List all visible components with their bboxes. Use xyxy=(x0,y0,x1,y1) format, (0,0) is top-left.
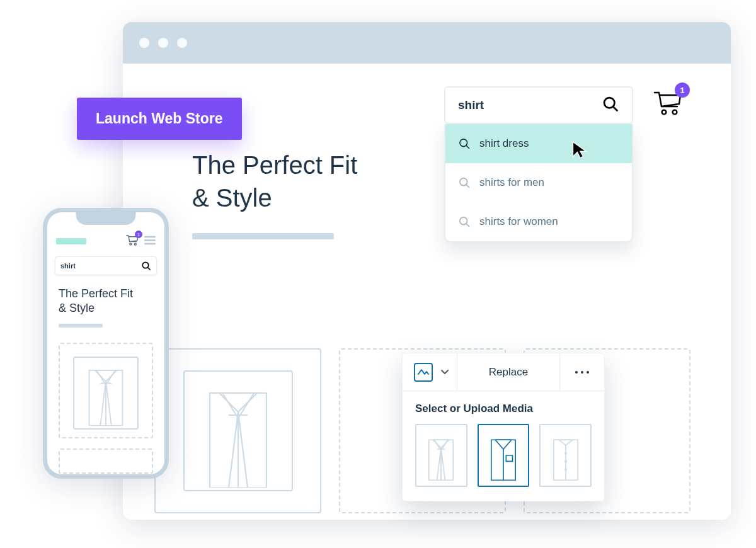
phone-hero-divider xyxy=(59,324,103,328)
cursor-icon xyxy=(571,140,589,162)
svg-point-8 xyxy=(662,110,667,115)
media-thumbnails xyxy=(403,424,604,501)
search-input[interactable]: shirt xyxy=(444,86,633,124)
suggestion-label: shirts for men xyxy=(479,176,544,189)
media-selector-popup: Replace Select or Upload Media xyxy=(402,353,605,501)
search-icon xyxy=(458,176,471,189)
phone-hero-heading: The Perfect Fit & Style xyxy=(47,275,164,316)
hero-divider xyxy=(192,233,334,239)
search-icon xyxy=(458,215,471,228)
suggestion-label: shirt dress xyxy=(479,137,529,150)
hero-heading: The Perfect Fit & Style xyxy=(192,149,357,239)
phone-hero-line-2: & Style xyxy=(59,301,153,316)
suggestion-label: shirts for women xyxy=(479,215,558,228)
more-options-button[interactable] xyxy=(560,353,604,391)
product-thumbnail xyxy=(183,370,293,491)
suggestion-item[interactable]: shirts for men xyxy=(445,163,632,202)
window-dot xyxy=(158,38,168,48)
search-icon xyxy=(458,137,471,150)
svg-line-16 xyxy=(147,267,150,270)
media-thumb-item[interactable] xyxy=(415,424,467,487)
svg-line-3 xyxy=(466,146,469,149)
product-tile[interactable] xyxy=(154,348,321,513)
svg-point-11 xyxy=(134,243,136,245)
search-icon xyxy=(141,261,151,271)
media-thumb-item-selected[interactable] xyxy=(478,424,530,487)
phone-cart-count-badge: 1 xyxy=(135,231,142,238)
phone-product-tile[interactable] xyxy=(59,343,153,438)
phone-search-query: shirt xyxy=(60,262,141,270)
media-thumb-item[interactable] xyxy=(539,424,592,487)
hamburger-menu-icon[interactable] xyxy=(144,236,156,248)
phone-cart-button[interactable]: 1 xyxy=(125,234,139,249)
replace-label: Replace xyxy=(478,366,539,379)
shirt-tie-icon xyxy=(421,433,461,482)
launch-web-store-button[interactable]: Launch Web Store xyxy=(77,98,242,140)
search-box[interactable]: shirt shirt dress xyxy=(444,86,633,243)
svg-line-5 xyxy=(466,185,469,188)
window-dot xyxy=(139,38,149,48)
suggestion-item[interactable]: shirts for women xyxy=(445,202,632,241)
image-type-icon xyxy=(414,363,433,382)
shirt-icon xyxy=(78,363,134,426)
svg-rect-17 xyxy=(506,455,512,461)
hero-line-2: & Style xyxy=(192,181,357,214)
media-popup-title: Select or Upload Media xyxy=(403,391,604,424)
shirt-icon xyxy=(191,380,285,488)
svg-point-10 xyxy=(130,243,132,245)
suggestion-item[interactable]: shirt dress xyxy=(445,124,632,163)
phone-frame: 1 shirt The Perfect Fit & Style xyxy=(43,208,169,479)
cart-count-badge: 1 xyxy=(675,83,690,98)
phone-search-input[interactable]: shirt xyxy=(55,256,157,275)
chevron-down-icon xyxy=(440,369,449,375)
svg-line-1 xyxy=(613,106,617,110)
hero-line-1: The Perfect Fit xyxy=(192,149,357,181)
search-suggestions: shirt dress shirts for men shirts for wo… xyxy=(444,124,633,243)
svg-point-9 xyxy=(673,110,677,115)
phone-hero-line-1: The Perfect Fit xyxy=(59,287,153,301)
replace-button[interactable]: Replace xyxy=(457,353,560,391)
cart-button[interactable]: 1 xyxy=(652,89,684,119)
phone-product-tile-placeholder[interactable] xyxy=(59,448,153,474)
shirt-pocket-icon xyxy=(483,433,524,482)
media-type-button[interactable] xyxy=(403,353,457,391)
more-icon xyxy=(575,371,589,374)
phone-logo xyxy=(56,238,86,244)
window-dot xyxy=(177,38,187,48)
search-icon[interactable] xyxy=(602,95,619,115)
launch-button-label: Launch Web Store xyxy=(96,110,223,127)
search-query: shirt xyxy=(458,98,602,112)
svg-line-7 xyxy=(466,224,469,227)
media-toolbar: Replace xyxy=(403,353,604,391)
window-title-bar xyxy=(123,22,731,64)
shirt-buttoned-icon xyxy=(546,433,586,482)
phone-product-thumbnail xyxy=(73,357,139,430)
phone-notch xyxy=(76,211,136,225)
